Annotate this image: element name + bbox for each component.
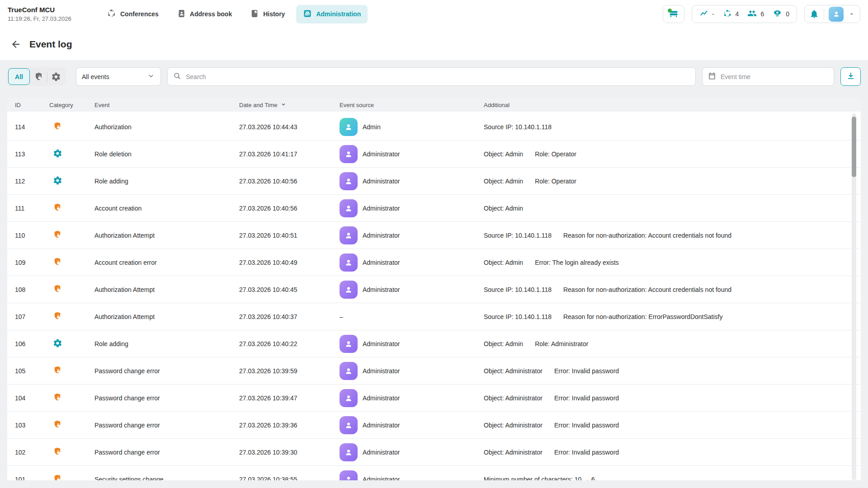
cell-additional: Object: AdministratorError: Invalid pass…	[484, 422, 861, 429]
source-name: Administrator	[363, 286, 400, 293]
table-row: 105 Password change error 27.03.2026 10:…	[7, 357, 861, 385]
additional-part: Object: Admin	[484, 259, 523, 266]
column-header-date-sort[interactable]: Date and Time	[239, 101, 340, 109]
nav-label: Address book	[190, 10, 232, 18]
stat-load[interactable]: -	[699, 9, 714, 19]
cell-category	[49, 447, 94, 457]
stat-devices[interactable]: 0	[773, 9, 789, 19]
nav-item-administration[interactable]: Administration	[296, 5, 368, 23]
cell-additional: Object: AdminError: The login already ex…	[484, 259, 861, 266]
filter-all-button[interactable]: All	[8, 68, 30, 85]
nav-label: Conferences	[120, 10, 159, 18]
cell-category	[49, 338, 94, 349]
cell-id: 110	[15, 232, 49, 239]
source-name: Administrator	[363, 394, 400, 402]
chevron-down-icon	[147, 72, 155, 81]
additional-part: Object: Admin	[484, 150, 523, 158]
main-nav: Conferences Address book History Adminis…	[100, 5, 368, 23]
user-pill	[804, 5, 860, 23]
additional-part: Role: Administrator	[535, 340, 588, 347]
source-empty-dash: –	[340, 313, 343, 320]
table-header-row: ID Category Event Date and Time Event so…	[7, 98, 861, 112]
settings-gear-icon	[53, 342, 62, 349]
column-header-additional: Additional	[484, 102, 861, 108]
notifications-bell-icon[interactable]	[809, 9, 819, 19]
table-row: 113 Role deletion 27.03.2026 10:41:17 Ad…	[7, 141, 861, 168]
additional-part: Error: Invalid password	[554, 449, 619, 456]
settings-gear-icon	[53, 179, 62, 187]
chevron-down-icon[interactable]	[848, 10, 855, 18]
cell-event: Password change error	[94, 394, 239, 402]
cell-additional: Source IP: 10.140.1.118Reason for non-au…	[484, 313, 861, 320]
table-row: 103 Password change error 27.03.2026 10:…	[7, 412, 861, 439]
scrollbar-thumb[interactable]	[852, 117, 856, 177]
stat-conferences[interactable]: 4	[723, 9, 739, 19]
cell-datetime: 27.03.2026 10:40:51	[239, 232, 340, 239]
source-avatar	[340, 335, 358, 353]
cell-datetime: 27.03.2026 10:39:59	[239, 367, 340, 375]
source-avatar	[340, 389, 358, 407]
nav-item-history[interactable]: History	[243, 5, 292, 23]
filter-security-button[interactable]	[30, 68, 47, 85]
stat-users[interactable]: 6	[747, 9, 764, 19]
online-status-dot	[668, 9, 672, 13]
events-filter-dropdown[interactable]: All events	[76, 67, 161, 86]
additional-part: Object: Administrator	[484, 394, 542, 402]
column-header-category: Category	[49, 102, 94, 108]
table-row: 104 Password change error 27.03.2026 10:…	[7, 385, 861, 412]
security-shield-lock-icon	[53, 477, 62, 480]
cell-datetime: 27.03.2026 10:39:36	[239, 422, 340, 429]
additional-part: Role: Operator	[535, 150, 576, 158]
additional-part: Error: Invalid password	[554, 394, 619, 402]
cell-datetime: 27.03.2026 10:38:55	[239, 476, 340, 481]
cell-id: 106	[15, 340, 49, 347]
source-avatar	[340, 362, 358, 380]
nav-label: Administration	[316, 10, 361, 18]
cell-id: 102	[15, 449, 49, 456]
source-name: Administrator	[363, 449, 400, 456]
cell-event: Role adding	[94, 178, 239, 185]
filter-settings-button[interactable]	[47, 68, 65, 85]
cell-event: Role adding	[94, 340, 239, 347]
mcu-server-button[interactable]	[663, 5, 684, 23]
additional-part: Source IP: 10.140.1.118	[484, 313, 552, 320]
export-download-button[interactable]	[840, 67, 861, 86]
cell-event-source: Administrator	[340, 281, 484, 299]
additional-part: Reason for non-authorization: ErrorPassw…	[563, 313, 723, 320]
cell-category	[49, 203, 94, 213]
security-shield-lock-icon	[53, 396, 62, 403]
status-stats-pill: - 4 6 0	[692, 5, 797, 23]
table-row: 112 Role adding 27.03.2026 10:40:56 Admi…	[7, 168, 861, 195]
source-avatar	[340, 199, 358, 217]
nav-label: History	[263, 10, 285, 18]
history-icon	[250, 9, 259, 19]
cell-category	[49, 474, 94, 480]
table-row: 114 Authorization 27.03.2026 10:44:43 Ad…	[7, 113, 861, 141]
nav-item-address-book[interactable]: Address book	[170, 5, 239, 23]
security-shield-lock-icon	[53, 233, 62, 240]
cell-event-source: Administrator	[340, 145, 484, 163]
cell-additional: Minimum number of characters: 10 → 6	[484, 476, 861, 481]
cell-id: 105	[15, 367, 49, 375]
security-shield-lock-icon	[53, 423, 62, 430]
source-name: Administrator	[363, 232, 400, 239]
scrollbar-track[interactable]	[852, 113, 856, 480]
table-row: 106 Role adding 27.03.2026 10:40:22 Admi…	[7, 330, 861, 357]
table-row: 107 Authorization Attempt 27.03.2026 10:…	[7, 303, 861, 330]
cell-datetime: 27.03.2026 10:44:43	[239, 123, 340, 131]
additional-part: Error: The login already exists	[535, 259, 619, 266]
cell-event-source: Administrator	[340, 226, 484, 244]
nav-item-conferences[interactable]: Conferences	[100, 5, 165, 23]
event-time-input[interactable]	[721, 73, 828, 80]
security-shield-lock-icon	[53, 260, 62, 267]
calendar-icon	[708, 72, 716, 81]
source-name: Administrator	[363, 476, 400, 481]
user-avatar[interactable]	[829, 7, 844, 22]
additional-part: Object: Admin	[484, 205, 523, 212]
back-button[interactable]	[10, 38, 22, 50]
cell-event-source: Administrator	[340, 443, 484, 461]
cell-event: Password change error	[94, 367, 239, 375]
table-row: 110 Authorization Attempt 27.03.2026 10:…	[7, 222, 861, 249]
search-input[interactable]	[186, 73, 690, 80]
cell-event: Authorization Attempt	[94, 232, 239, 239]
